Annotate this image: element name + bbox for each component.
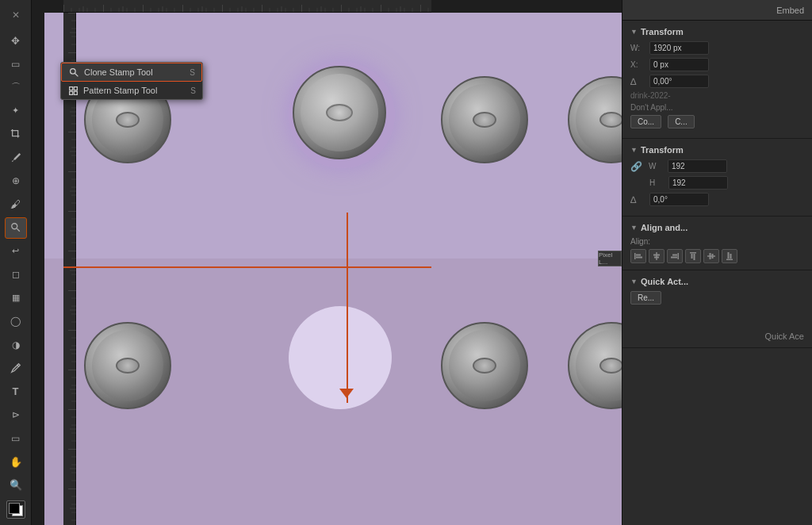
angle2-label: ∆ — [630, 194, 646, 205]
pen-tool[interactable] — [5, 358, 27, 380]
co-button[interactable]: Co... — [630, 115, 661, 128]
width-input[interactable] — [649, 41, 709, 55]
svg-rect-22 — [636, 257, 642, 259]
main-area: Pixel L... Clone Stamp Tool S — [32, 0, 622, 525]
svg-rect-7 — [63, 0, 431, 13]
pattern-stamp-icon — [67, 85, 79, 96]
angle2-input[interactable] — [649, 193, 709, 206]
context-menu: Clone Stamp Tool S Pattern Stamp Tool S — [60, 62, 203, 100]
pattern-stamp-shortcut: S — [190, 86, 196, 95]
brush-tool[interactable]: 🖌 — [5, 194, 27, 216]
align-center-h-btn[interactable] — [649, 249, 665, 263]
dodge-tool[interactable]: ◑ — [5, 334, 27, 356]
canvas-bottom — [44, 259, 622, 525]
svg-rect-37 — [730, 254, 732, 259]
type-tool[interactable]: T — [5, 381, 27, 403]
shape-tool[interactable]: ▭ — [5, 427, 27, 450]
angle2-field-row: ∆ — [630, 193, 804, 206]
wand-tool[interactable]: ✦ — [5, 100, 27, 122]
foreground-color[interactable] — [6, 500, 25, 519]
canvas-top — [44, 13, 622, 259]
x-input[interactable] — [649, 58, 709, 71]
align-section: ▼ Align and... Align: — [622, 217, 812, 270]
angle-label: ∆ — [630, 76, 646, 87]
svg-rect-19 — [74, 91, 77, 94]
clone-stamp-menu-item[interactable]: Clone Stamp Tool S — [61, 63, 202, 82]
eraser-tool[interactable]: ◻ — [5, 264, 27, 286]
svg-rect-30 — [691, 254, 693, 259]
svg-rect-28 — [671, 257, 677, 259]
pattern-stamp-menu-item[interactable]: Pattern Stamp Tool S — [61, 82, 202, 99]
align-title: ▼ Align and... — [630, 223, 804, 232]
align-left-btn[interactable] — [630, 249, 646, 263]
svg-point-15 — [70, 68, 75, 74]
clone-stamp-shortcut: S — [190, 68, 195, 77]
angle-field-row: ∆ — [630, 75, 804, 88]
transform2-label: Transform — [641, 145, 684, 155]
history-brush-tool[interactable]: ↩ — [5, 240, 27, 262]
svg-point-0 — [11, 224, 17, 229]
path-select-tool[interactable]: ⊳ — [5, 404, 27, 427]
ruler-horizontal — [63, 0, 431, 13]
panel-right: Embed ▼ Transform W: X: ∆ drink-2022- Do… — [622, 0, 812, 525]
svg-rect-31 — [694, 254, 695, 260]
svg-rect-24 — [653, 255, 660, 256]
align-right-btn[interactable] — [667, 249, 683, 263]
marquee-tool[interactable]: ▭ — [5, 53, 27, 75]
canvas-divider-line — [63, 266, 431, 268]
x-label: X: — [630, 60, 646, 69]
toolbar-left: ✕ ✥ ▭ ⌒ ✦ ⊕ 🖌 ↩ ◻ ▦ ◯ ◑ T ⊳ ▭ ✋ 🔍 — [0, 0, 32, 525]
filename-text: drink-2022- — [630, 91, 804, 100]
can-bottom-right1 — [441, 322, 528, 409]
can-top-right1 — [441, 76, 528, 163]
gradient-tool[interactable]: ▦ — [5, 287, 27, 309]
panel-header: Embed — [622, 0, 812, 21]
chevron3-icon: ▼ — [630, 224, 638, 232]
link-icon: 🔗 — [630, 161, 642, 172]
svg-rect-27 — [672, 255, 677, 256]
clone-stamp-icon — [68, 67, 79, 78]
blur-tool[interactable]: ◯ — [5, 311, 27, 333]
hand-tool[interactable]: ✋ — [5, 451, 27, 473]
h2-field-row: 🔗 H — [630, 176, 804, 190]
dont-apply-text: Don't Appl... — [630, 103, 804, 112]
quick-action-button[interactable]: Re... — [630, 291, 661, 305]
align-top-btn[interactable] — [685, 249, 701, 263]
close-icon[interactable]: ✕ — [5, 4, 27, 26]
c-button[interactable]: C... — [668, 115, 695, 128]
chevron2-icon: ▼ — [630, 146, 638, 154]
clone-stamp-label: Clone Stamp Tool — [84, 67, 153, 77]
clone-stamp-tool[interactable] — [5, 217, 27, 240]
align-bottom-btn[interactable] — [722, 249, 737, 263]
angle-input[interactable] — [649, 75, 709, 88]
align-center-v-btn[interactable] — [703, 249, 719, 263]
transform-title: ▼ Transform — [630, 27, 804, 36]
eyedropper-tool[interactable] — [5, 147, 27, 169]
svg-rect-26 — [678, 253, 680, 259]
clone-arrow-head — [339, 389, 354, 398]
chevron4-icon: ▼ — [630, 278, 638, 285]
x-field-row: X: — [630, 58, 804, 71]
quick-ace-label: Quick Ace — [764, 331, 804, 341]
h2-label: H — [649, 178, 665, 187]
h2-input[interactable] — [668, 176, 728, 190]
w2-input[interactable] — [668, 159, 727, 173]
align-label: Align and... — [641, 223, 688, 232]
move-tool[interactable]: ✥ — [5, 30, 27, 52]
svg-rect-18 — [69, 91, 72, 94]
transform2-title: ▼ Transform — [630, 145, 804, 155]
quick-actions-title: ▼ Quick Act... — [630, 277, 804, 286]
svg-rect-25 — [654, 257, 659, 259]
svg-rect-32 — [707, 255, 715, 257]
svg-rect-16 — [69, 86, 72, 90]
svg-rect-34 — [712, 254, 714, 259]
w2-field-row: 🔗 W — [630, 159, 804, 173]
quick-actions-section: ▼ Quick Act... Re... Quick Ace — [622, 270, 812, 348]
clone-arrow-line — [347, 213, 348, 403]
crop-tool[interactable] — [5, 124, 27, 146]
lasso-tool[interactable]: ⌒ — [5, 77, 27, 99]
pixel-layer-indicator: Pixel L... — [598, 251, 622, 266]
chevron-icon: ▼ — [630, 28, 638, 36]
heal-tool[interactable]: ⊕ — [5, 171, 27, 193]
zoom-tool[interactable]: 🔍 — [5, 474, 27, 496]
